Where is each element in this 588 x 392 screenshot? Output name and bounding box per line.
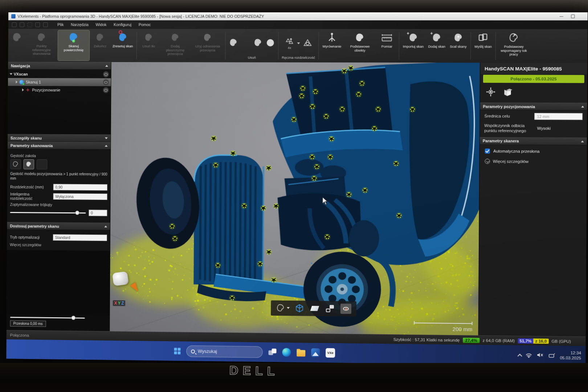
resolution-input[interactable]: 0,90 [53, 184, 107, 191]
triangles-value-input[interactable]: 0 [89, 210, 107, 216]
expander-icon[interactable] [22, 89, 24, 91]
target-diameter-input[interactable]: 12 mm [534, 113, 583, 120]
maximize-button[interactable] [571, 14, 575, 19]
scanner-params-header[interactable]: Parametry skanera [480, 137, 587, 145]
scanner-button[interactable] [9, 30, 25, 60]
menu-narzedzia[interactable]: Narzędzia [68, 21, 91, 28]
guided-workflow-button[interactable]: ➚ Podstawowy wspomagany tok pracy [498, 30, 530, 61]
resolution-target-button[interactable] [303, 38, 312, 49]
layout-icon[interactable] [28, 22, 32, 27]
photos-app-icon[interactable] [311, 348, 320, 357]
layout-icon[interactable] [20, 22, 24, 27]
triangles-slider[interactable] [10, 212, 86, 213]
view-gizmo[interactable] [112, 271, 129, 286]
volume-muted-icon[interactable] [537, 352, 544, 358]
checkbox-checked-icon[interactable] [485, 148, 490, 154]
target-diameter-label: Średnica celu [484, 114, 531, 119]
use-cut-reference-button[interactable]: Użyj odniesienia przecięcia [192, 30, 224, 61]
layout-icon[interactable] [12, 22, 17, 27]
navigation-header[interactable]: Nawigacja [8, 62, 111, 69]
tree-node-positioning[interactable]: Pozycjonowanie [8, 86, 111, 94]
delete-scan-icon[interactable] [229, 38, 238, 49]
scan-surface-button[interactable]: Skanuj powierzchnię [58, 30, 89, 61]
taskbar-search[interactable] [186, 346, 263, 358]
finish-button[interactable]: Zakończ [90, 30, 110, 61]
3d-viewport[interactable]: X Y Z [110, 62, 480, 335]
shutter-slider[interactable] [10, 317, 85, 319]
menu-pomoc[interactable]: Pomoc [135, 21, 154, 28]
fill-option-solid-icon[interactable] [24, 159, 34, 170]
delete-curve-icon[interactable] [241, 38, 250, 49]
scan-targets-button[interactable]: Punkty referencyjne skanowania [26, 30, 57, 60]
primitives-button[interactable]: Podstawowe obiekty [344, 30, 376, 61]
menu-konfiguruj[interactable]: Konfiguruj [110, 21, 135, 28]
vxelements-app-icon[interactable]: VXe [326, 348, 335, 358]
fps-status: Szybkość : 57,31 Klatki na sekundę [393, 337, 460, 342]
optimization-mode-select[interactable]: Standard [53, 234, 107, 241]
more-details-link[interactable]: Więcej szczegółów [10, 242, 107, 248]
visibility-eye-icon[interactable] [103, 72, 109, 77]
remove-bg-icon [144, 32, 154, 44]
layout-icon[interactable] [35, 22, 40, 27]
add-scan-button[interactable]: + Dodaj skan [426, 30, 447, 61]
bounding-box-icon[interactable] [295, 304, 304, 313]
scan-params-header[interactable]: Parametry skanowania [8, 142, 111, 150]
edge-browser-icon[interactable] [282, 348, 291, 357]
panel-layout-icons [12, 22, 48, 27]
visibility-eye-icon[interactable] [103, 79, 109, 85]
auto-shutter-row[interactable]: Automatyczna przesłona [480, 145, 587, 156]
fill-option-outline-icon[interactable] [10, 159, 21, 170]
fill-mode-label: Gęstość zakola [11, 154, 108, 158]
mesh-display-mode-icon[interactable] [276, 303, 285, 313]
fill-option-partial-icon[interactable] [37, 159, 48, 170]
reset-scan-button[interactable]: Zresetuj skan [111, 30, 135, 61]
scan-details-header[interactable]: Szczegóły skanu [8, 134, 111, 142]
tree-node-scan1[interactable]: Skanuj 1 [8, 78, 111, 86]
delete-all-icon[interactable] [266, 38, 275, 49]
viewport-layout-icon[interactable] [325, 304, 335, 313]
connection-status-badge: Połączono - 05.03.2025 [483, 75, 584, 83]
taskbar-clock[interactable]: 12:34 05.03.2025 [560, 351, 581, 361]
send-scan-button[interactable]: Wyślij skan [473, 30, 494, 61]
slider-thumb[interactable] [75, 211, 79, 215]
alignment-button[interactable]: Wyrównanie [320, 30, 343, 61]
dropdown-caret-icon[interactable] [287, 307, 290, 309]
resolution-dropdown-caret[interactable] [297, 42, 300, 44]
task-view-button[interactable] [269, 348, 277, 356]
menu-plik[interactable]: Plik [54, 21, 67, 28]
add-scan-icon: + [432, 32, 442, 44]
device-more-details[interactable]: Więcej szczegółów [479, 155, 587, 168]
tree-node-vxscan[interactable]: VXscan [8, 70, 111, 78]
workflow-icon: ➚ [509, 32, 519, 44]
tray-overflow-chevron-icon[interactable] [518, 354, 522, 358]
remove-background-button[interactable]: Usuń tło [139, 30, 159, 61]
delete-patch-icon[interactable] [253, 38, 263, 49]
file-explorer-icon[interactable] [297, 350, 305, 356]
layout-icon[interactable] [43, 22, 48, 27]
adjust-params-body: Tryb optymalizacji Standard Więcej szcze… [7, 229, 110, 251]
wifi-icon[interactable] [526, 353, 532, 358]
pen-icon[interactable] [548, 353, 555, 358]
positioning-params-header[interactable]: Parametry pozycjonowania [480, 102, 587, 110]
search-input[interactable] [198, 349, 248, 355]
positioning-mode-icon[interactable] [485, 86, 497, 99]
merge-scans-button[interactable]: ＋ Scal skany [448, 30, 469, 61]
visibility-toggle[interactable] [340, 304, 351, 314]
menu-widok[interactable]: Widok [93, 21, 110, 28]
adjust-params-header[interactable]: Dostosuj parametry skanu [7, 222, 110, 230]
add-cutting-plane-button[interactable]: Dodaj płaszczyznę przecięcia [159, 30, 191, 61]
expander-icon[interactable] [10, 73, 13, 75]
smart-resolution-select[interactable]: Wyłączona [53, 193, 107, 200]
clipping-plane-icon[interactable] [310, 304, 319, 313]
resolution-4x-button[interactable]: 4x [285, 37, 294, 49]
measure-button[interactable]: Pomiar [376, 30, 397, 61]
minimize-button[interactable] [560, 14, 564, 19]
device-panel: HandySCAN MAX|Elite - 9590085 Połączono … [478, 63, 588, 336]
windows-start-button[interactable] [174, 348, 181, 354]
import-scan-button[interactable]: + Importuj skan [401, 30, 426, 61]
device-name: HandySCAN MAX|Elite - 9590085 [480, 63, 587, 74]
surface-mode-icon[interactable] [503, 87, 514, 98]
visibility-eye-icon[interactable] [103, 87, 109, 93]
expander-icon[interactable] [16, 81, 17, 83]
slider-thumb[interactable] [72, 316, 76, 320]
